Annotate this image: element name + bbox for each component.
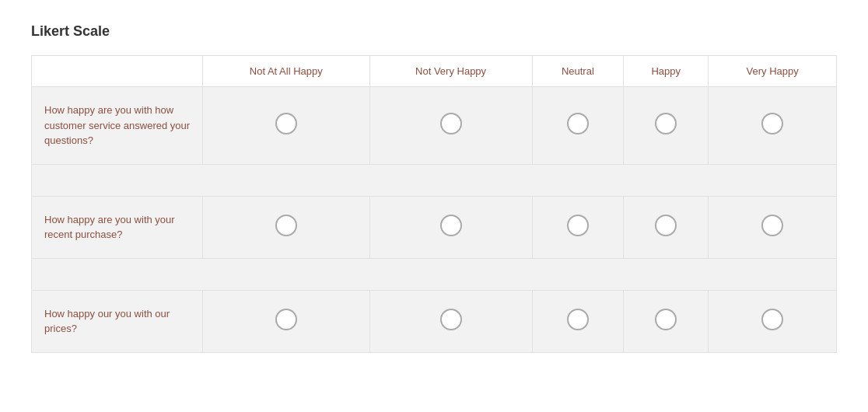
question-cell: How happy are you with how customer serv… (32, 87, 203, 165)
table-row: How happy are you with your recent purch… (32, 196, 837, 258)
table-header-row: Not At All Happy Not Very Happy Neutral … (32, 56, 837, 87)
table-row: How happy are you with how customer serv… (32, 87, 837, 165)
radio-cell-not_very_happy (369, 196, 532, 258)
radio-cell-very_happy (709, 87, 837, 165)
radio-cell-not_at_all_happy (203, 290, 370, 352)
radio-q2-neutral[interactable] (567, 215, 589, 236)
radio-q3-not_very_happy[interactable] (440, 309, 462, 330)
radio-q1-very_happy[interactable] (761, 113, 783, 134)
radio-q3-happy[interactable] (655, 309, 677, 330)
radio-q2-happy[interactable] (655, 215, 677, 236)
radio-cell-not_very_happy (369, 290, 532, 352)
radio-cell-happy (624, 196, 709, 258)
radio-cell-very_happy (709, 290, 837, 352)
separator-row (32, 164, 837, 196)
page-title: Likert Scale (31, 23, 837, 40)
col-header-neutral: Neutral (532, 56, 623, 87)
radio-q1-happy[interactable] (655, 113, 677, 134)
likert-scale-table: Not At All Happy Not Very Happy Neutral … (31, 55, 837, 353)
radio-cell-happy (624, 290, 709, 352)
question-cell: How happy our you with our prices? (32, 290, 203, 352)
radio-cell-not_very_happy (369, 87, 532, 165)
col-header-very-happy: Very Happy (709, 56, 837, 87)
radio-q2-very_happy[interactable] (761, 215, 783, 236)
table-row: How happy our you with our prices? (32, 290, 837, 352)
radio-q2-not_at_all_happy[interactable] (275, 215, 297, 236)
separator-row (32, 258, 837, 290)
radio-cell-happy (624, 87, 709, 165)
radio-cell-not_at_all_happy (203, 87, 370, 165)
radio-cell-neutral (532, 290, 623, 352)
radio-cell-neutral (532, 196, 623, 258)
radio-q1-not_very_happy[interactable] (440, 113, 462, 134)
radio-cell-neutral (532, 87, 623, 165)
question-cell: How happy are you with your recent purch… (32, 196, 203, 258)
col-header-not-at-all-happy: Not At All Happy (203, 56, 370, 87)
radio-q3-not_at_all_happy[interactable] (275, 309, 297, 330)
radio-q3-very_happy[interactable] (761, 309, 783, 330)
col-header-happy: Happy (624, 56, 709, 87)
radio-q1-not_at_all_happy[interactable] (275, 113, 297, 134)
radio-q1-neutral[interactable] (567, 113, 589, 134)
col-header-not-very-happy: Not Very Happy (369, 56, 532, 87)
radio-cell-very_happy (709, 196, 837, 258)
radio-q2-not_very_happy[interactable] (440, 215, 462, 236)
radio-cell-not_at_all_happy (203, 196, 370, 258)
col-header-question (32, 56, 203, 87)
radio-q3-neutral[interactable] (567, 309, 589, 330)
